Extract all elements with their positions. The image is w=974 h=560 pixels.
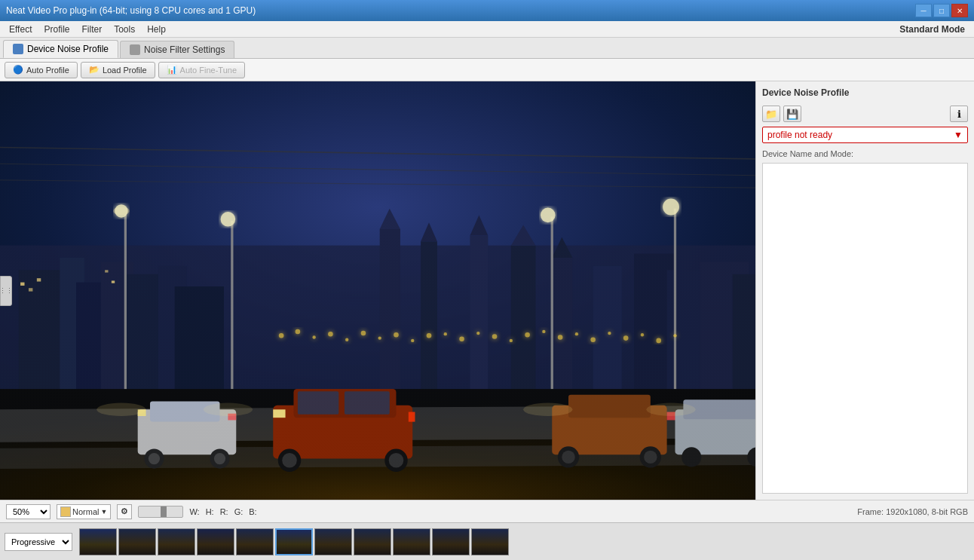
auto-profile-icon: 🔵 bbox=[13, 65, 23, 75]
statusbar: 50% 100% 200% Normal ▼ ⚙ W: H: R: G: B: … bbox=[0, 500, 974, 522]
mode-selector[interactable]: Normal ▼ bbox=[57, 504, 111, 519]
mode-label: Normal bbox=[72, 507, 99, 516]
profile-status-dropdown[interactable]: profile not ready ▼ bbox=[762, 127, 968, 143]
svg-point-100 bbox=[96, 403, 145, 416]
zoom-select[interactable]: 50% 100% 200% bbox=[6, 504, 51, 519]
frame-thumb-8[interactable] bbox=[354, 528, 391, 555]
svg-rect-99 bbox=[0, 81, 755, 500]
frame-thumb-5[interactable] bbox=[236, 528, 274, 555]
tab-device-noise-label: Device Noise Profile bbox=[27, 44, 109, 54]
info-icon: ℹ bbox=[957, 109, 961, 120]
load-profile-label: Load Profile bbox=[103, 66, 147, 75]
profile-status-text: profile not ready bbox=[767, 130, 832, 140]
r-label: R: bbox=[220, 507, 228, 516]
video-area[interactable]: ⋮⋮ bbox=[0, 81, 755, 500]
tab-noise-filter-icon bbox=[130, 44, 140, 55]
frame-thumb-4[interactable] bbox=[197, 528, 234, 555]
frame-thumb-3[interactable] bbox=[158, 528, 195, 555]
auto-fine-tune-button[interactable]: 📊 Auto Fine-Tune bbox=[158, 62, 245, 78]
titlebar-controls: ─ □ ✕ bbox=[915, 4, 968, 17]
frame-thumb-9[interactable] bbox=[393, 528, 430, 555]
frame-info: Frame: 1920x1080, 8-bit RGB bbox=[857, 507, 968, 516]
profile-folder-button[interactable]: 📁 bbox=[762, 106, 780, 122]
auto-profile-button[interactable]: 🔵 Auto Profile bbox=[5, 62, 78, 78]
height-label: H: bbox=[206, 507, 214, 516]
minimize-button[interactable]: ─ bbox=[915, 4, 932, 17]
zoom-control: 50% 100% 200% bbox=[6, 504, 51, 519]
auto-profile-label: Auto Profile bbox=[26, 66, 69, 75]
right-panel: Device Noise Profile 📁 💾 ℹ profile not r… bbox=[755, 81, 974, 500]
device-name-textarea[interactable] bbox=[762, 163, 968, 494]
profile-toolbar: 📁 💾 ℹ bbox=[762, 106, 968, 122]
frame-thumb-7[interactable] bbox=[314, 528, 352, 555]
filmstrip-frames bbox=[79, 528, 509, 555]
width-label: W: bbox=[189, 507, 199, 516]
side-panel-handle[interactable]: ⋮⋮ bbox=[0, 276, 12, 306]
zoom-slider[interactable] bbox=[138, 506, 183, 518]
titlebar-title: Neat Video Pro plug-in (64-bit; using 8 … bbox=[6, 5, 256, 16]
tabbar: Device Noise Profile Noise Filter Settin… bbox=[0, 38, 974, 59]
frame-thumb-1[interactable] bbox=[79, 528, 117, 555]
tab-device-noise[interactable]: Device Noise Profile bbox=[3, 40, 118, 58]
menubar: Effect Profile Filter Tools Help Standar… bbox=[0, 21, 974, 38]
dropdown-arrow-icon: ▼ bbox=[954, 130, 963, 140]
b-label: B: bbox=[249, 507, 256, 516]
menu-help[interactable]: Help bbox=[141, 23, 172, 36]
folder-open-icon: 📁 bbox=[765, 109, 777, 120]
mode-dropdown-arrow: ▼ bbox=[100, 508, 107, 516]
menu-tools[interactable]: Tools bbox=[108, 23, 141, 36]
right-panel-title: Device Noise Profile bbox=[762, 87, 968, 98]
g-label: G: bbox=[234, 507, 244, 516]
frame-thumb-11[interactable] bbox=[471, 528, 509, 555]
frame-thumb-2[interactable] bbox=[118, 528, 156, 555]
device-name-label: Device Name and Mode: bbox=[762, 149, 968, 158]
filmstrip: Progressive Interlaced bbox=[0, 522, 974, 560]
svg-point-103 bbox=[646, 403, 695, 416]
close-button[interactable]: ✕ bbox=[951, 4, 968, 17]
menu-effect[interactable]: Effect bbox=[3, 23, 38, 36]
frame-thumb-6[interactable] bbox=[275, 528, 313, 555]
video-preview bbox=[0, 81, 755, 500]
tab-noise-filter-label: Noise Filter Settings bbox=[144, 44, 225, 55]
save-icon: 💾 bbox=[786, 109, 798, 120]
load-profile-icon: 📂 bbox=[89, 65, 100, 75]
profile-save-button[interactable]: 💾 bbox=[783, 106, 801, 122]
menu-profile[interactable]: Profile bbox=[38, 23, 75, 36]
auto-fine-tune-label: Auto Fine-Tune bbox=[180, 66, 237, 75]
handle-dots: ⋮⋮ bbox=[0, 287, 13, 295]
load-profile-button[interactable]: 📂 Load Profile bbox=[81, 62, 155, 78]
frame-thumb-10[interactable] bbox=[432, 528, 470, 555]
titlebar: Neat Video Pro plug-in (64-bit; using 8 … bbox=[0, 0, 974, 21]
playback-mode-select[interactable]: Progressive Interlaced bbox=[5, 533, 72, 551]
menu-filter[interactable]: Filter bbox=[75, 23, 108, 36]
profile-info-button[interactable]: ℹ bbox=[950, 106, 968, 122]
tab-noise-filter[interactable]: Noise Filter Settings bbox=[120, 41, 234, 58]
main-content: ⋮⋮ bbox=[0, 81, 974, 500]
auto-fine-tune-icon: 📊 bbox=[167, 65, 177, 75]
zoom-slider-thumb bbox=[161, 506, 167, 517]
settings-icon-button[interactable]: ⚙ bbox=[117, 504, 132, 519]
svg-point-101 bbox=[204, 403, 253, 416]
maximize-button[interactable]: □ bbox=[933, 4, 950, 17]
toolbar: 🔵 Auto Profile 📂 Load Profile 📊 Auto Fin… bbox=[0, 59, 974, 81]
standard-mode-label: Standard Mode bbox=[899, 24, 971, 35]
mode-color-swatch bbox=[60, 506, 71, 517]
svg-point-102 bbox=[523, 403, 572, 416]
tab-device-noise-icon bbox=[13, 44, 23, 54]
